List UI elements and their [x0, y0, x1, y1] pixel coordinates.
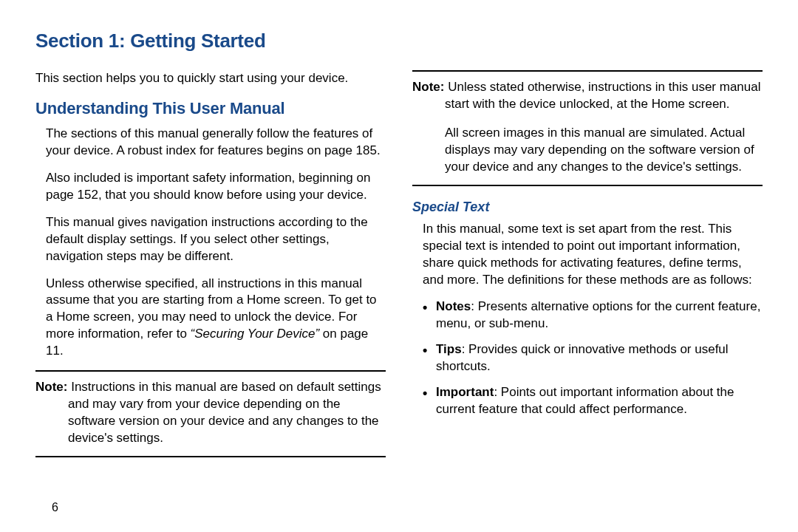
note-1-body: Instructions in this manual are based on… [68, 380, 381, 445]
page-number: 6 [52, 501, 58, 514]
cross-reference: “Securing Your Device” [191, 327, 320, 341]
special-text-intro: In this manual, some text is set apart f… [412, 221, 763, 289]
note-2-text: Note: Unless stated otherwise, instructi… [412, 79, 763, 113]
note-2-para2: All screen images in this manual are sim… [412, 125, 763, 176]
note-1-text: Note: Instructions in this manual are ba… [35, 379, 386, 447]
intro-paragraph: This section helps you to quickly start … [35, 70, 386, 87]
note-2-body: Unless stated otherwise, instructions in… [445, 80, 760, 111]
term-notes: Notes [436, 299, 471, 313]
heading-understanding-manual: Understanding This User Manual [35, 99, 386, 118]
note-block-2: Note: Unless stated otherwise, instructi… [412, 70, 763, 186]
paragraph-4: Unless otherwise specified, all instruct… [35, 276, 386, 361]
two-column-layout: This section helps you to quickly start … [35, 70, 763, 471]
left-column: This section helps you to quickly start … [35, 70, 386, 471]
note-1-label: Note: [35, 380, 71, 394]
note-2-label: Note: [412, 80, 448, 94]
paragraph-2: Also included is important safety inform… [35, 170, 386, 204]
definition-list: Notes: Presents alternative options for … [412, 299, 763, 418]
list-item: Notes: Presents alternative options for … [423, 299, 763, 332]
paragraph-1: The sections of this manual generally fo… [35, 126, 386, 160]
paragraph-3: This manual gives navigation instruction… [35, 214, 386, 265]
def-notes: : Presents alternative options for the c… [436, 299, 760, 330]
term-tips: Tips [436, 342, 462, 356]
right-column: Note: Unless stated otherwise, instructi… [412, 70, 763, 471]
term-important: Important [436, 385, 494, 399]
list-item: Important: Points out important informat… [423, 384, 763, 418]
note-block-1: Note: Instructions in this manual are ba… [35, 370, 386, 457]
def-tips: : Provides quick or innovative methods o… [436, 342, 729, 373]
section-title: Section 1: Getting Started [35, 30, 763, 52]
heading-special-text: Special Text [412, 200, 763, 215]
list-item: Tips: Provides quick or innovative metho… [423, 341, 763, 375]
